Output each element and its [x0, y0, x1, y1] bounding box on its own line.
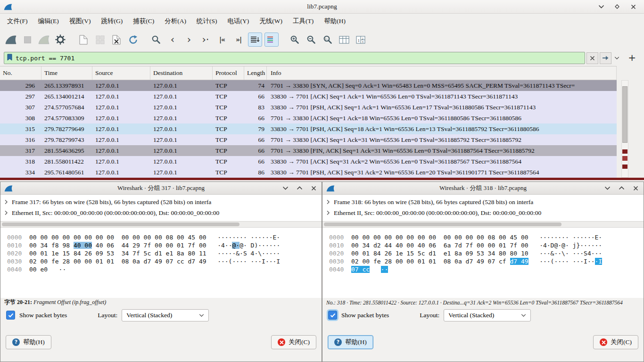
column-header-no[interactable]: No. — [0, 66, 41, 80]
menu-item-analyze[interactable]: 分析(A) — [159, 15, 191, 27]
zoom-out-icon[interactable] — [304, 33, 318, 47]
add-filter-button[interactable]: + — [622, 52, 640, 64]
help-button[interactable]: 帮助(H) — [6, 335, 51, 349]
layout-label: Layout: — [420, 312, 439, 319]
filter-clear-icon[interactable] — [586, 52, 598, 64]
go-forward-icon[interactable]: › — [182, 33, 196, 47]
menu-item-go[interactable]: 跳转(G) — [96, 15, 128, 27]
start-capture-icon[interactable] — [4, 33, 18, 47]
show-packet-bytes-checkbox[interactable] — [328, 311, 337, 320]
hex-row[interactable]: 0020 00 01 1e 15 84 26 09 53 34 7f 5c d1… — [7, 249, 322, 257]
go-to-packet-icon[interactable]: ›· — [198, 33, 213, 47]
menubar: 文件(F)编辑(E)视图(V)跳转(G)捕获(C)分析(A)统计(S)电话(Y)… — [0, 14, 644, 29]
menu-item-wireless[interactable]: 无线(W) — [254, 15, 288, 27]
resize-columns-icon[interactable] — [337, 33, 351, 47]
scrollbar-handle[interactable] — [2, 222, 239, 226]
layout-select[interactable]: Vertical (Stacked) — [444, 309, 531, 321]
go-back-icon[interactable]: ‹ — [165, 33, 180, 47]
hex-bytes: 40 06 44 29 7f 00 00 01 7f 00 — [92, 242, 206, 249]
packet-row-318[interactable]: 318281.558011422127.0.0.1127.0.0.1TCP663… — [0, 156, 617, 167]
hex-row[interactable]: 0040 07 cc ·· — [329, 265, 644, 273]
menu-item-edit[interactable]: 编辑(E) — [33, 15, 64, 27]
unmaximize-icon[interactable] — [282, 185, 289, 191]
find-packet-icon[interactable] — [149, 33, 163, 47]
menu-item-tools[interactable]: 工具(T) — [288, 15, 319, 27]
reload-icon[interactable] — [126, 33, 140, 47]
maximize-icon[interactable] — [296, 185, 303, 191]
chevron-right-icon[interactable] — [0, 199, 12, 205]
column-header-time[interactable]: Time — [41, 66, 92, 80]
packet-row-317[interactable]: 317281.554636295127.0.0.1127.0.0.1TCP667… — [0, 145, 617, 156]
column-header-protocol[interactable]: Protocol — [213, 66, 244, 80]
tree-item[interactable]: Ethernet II, Src: 00:00:00_00:00:00 (00:… — [322, 207, 644, 218]
menu-item-view[interactable]: 视图(V) — [64, 15, 96, 27]
hex-row[interactable]: 0000 00 00 00 00 00 00 00 00 00 00 00 00… — [329, 233, 644, 241]
filter-bookmark-icon[interactable] — [7, 54, 12, 63]
minimize-icon[interactable] — [598, 3, 604, 10]
unmaximize-icon[interactable] — [604, 185, 611, 191]
packet-row-315[interactable]: 315279.782779649127.0.0.1127.0.0.1TCP793… — [0, 123, 617, 134]
main-titlebar[interactable]: lib7.pcapng — [0, 0, 644, 14]
auto-scroll-icon[interactable] — [248, 33, 262, 47]
hex-row[interactable]: 0030 02 00 fe 28 00 00 01 01 08 0a d7 49… — [329, 257, 644, 265]
tree-item[interactable]: Frame 318: 66 bytes on wire (528 bits), … — [322, 197, 644, 207]
open-file-icon[interactable] — [76, 33, 91, 47]
close-file-icon[interactable] — [109, 33, 124, 47]
go-last-icon[interactable]: »| — [231, 33, 246, 47]
scrollbar-handle[interactable] — [622, 86, 627, 143]
popup-titlebar[interactable]: Wireshark · 分组 317 · lib7.pcapng — [0, 182, 322, 195]
filter-dropdown-icon[interactable] — [613, 56, 621, 60]
show-packet-bytes-checkbox[interactable] — [6, 311, 15, 320]
menu-item-file[interactable]: 文件(F) — [2, 15, 33, 27]
hex-row[interactable]: 0040 00 e0 ·· — [7, 265, 322, 273]
column-header-destination[interactable]: Destination — [150, 66, 213, 80]
display-filter-input[interactable]: tcp.port == 7701 — [4, 52, 585, 64]
column-header-source[interactable]: Source — [92, 66, 150, 80]
hex-row[interactable]: 0010 00 34 f8 98 40 00 40 06 44 29 7f 00… — [7, 241, 322, 249]
chevron-right-icon[interactable] — [322, 210, 334, 215]
go-first-icon[interactable]: |« — [215, 33, 229, 47]
zoom-reset-icon[interactable]: 1:1 — [321, 33, 335, 47]
maximize-icon[interactable] — [618, 185, 625, 191]
cell-no: 307 — [0, 104, 41, 111]
packet-row-297[interactable]: 297265.134001214127.0.0.1127.0.0.1TCP663… — [0, 91, 617, 102]
hex-row[interactable]: 0020 00 01 84 26 1e 15 5c d1 e1 8a 09 53… — [329, 249, 644, 257]
menu-item-statistics[interactable]: 统计(S) — [191, 15, 223, 27]
column-layout-icon[interactable]: 123 — [354, 33, 368, 47]
hex-row[interactable]: 0010 00 34 d2 44 40 00 40 06 6a 7d 7f 00… — [329, 241, 644, 249]
details-horizontal-scrollbar[interactable] — [322, 221, 644, 228]
filter-apply-icon[interactable] — [600, 52, 611, 64]
packet-row-307[interactable]: 307274.577057684127.0.0.1127.0.0.1TCP833… — [0, 102, 617, 113]
menu-item-telephony[interactable]: 电话(Y) — [223, 15, 255, 27]
packet-list-scrollbar[interactable] — [621, 80, 628, 178]
menu-item-capture[interactable]: 捕获(C) — [128, 15, 159, 27]
tree-item[interactable]: Frame 317: 66 bytes on wire (528 bits), … — [0, 197, 322, 207]
tree-item[interactable]: Ethernet II, Src: 00:00:00_00:00:00 (00:… — [0, 207, 322, 218]
column-header-length[interactable]: Length — [244, 66, 267, 80]
capture-options-icon[interactable] — [53, 33, 67, 47]
colorize-icon[interactable] — [264, 33, 279, 47]
scrollbar-handle[interactable] — [324, 222, 561, 226]
packet-row-296[interactable]: 296265.133978931127.0.0.1127.0.0.1TCP747… — [0, 80, 617, 91]
popup-titlebar[interactable]: Wireshark · 分组 318 · lib7.pcapng — [322, 182, 644, 195]
packet-list-rows: 296265.133978931127.0.0.1127.0.0.1TCP747… — [0, 80, 617, 178]
close-button[interactable]: 关闭(C) — [271, 335, 316, 349]
close-icon[interactable] — [310, 185, 317, 191]
help-button[interactable]: 帮助(H) — [328, 335, 373, 349]
column-header-info[interactable]: Info — [267, 66, 617, 80]
packet-row-334[interactable]: 334295.761480561127.0.0.1127.0.0.1TCP863… — [0, 167, 617, 178]
maximize-icon[interactable] — [614, 3, 620, 10]
layout-select[interactable]: Vertical (Stacked) — [122, 309, 209, 321]
details-horizontal-scrollbar[interactable] — [0, 221, 322, 228]
packet-row-316[interactable]: 316279.782799743127.0.0.1127.0.0.1TCP667… — [0, 134, 617, 145]
hex-row[interactable]: 0000 00 00 00 00 00 00 00 00 00 00 00 00… — [7, 233, 322, 241]
close-button[interactable]: 关闭(C) — [593, 335, 638, 349]
menu-item-help[interactable]: 帮助(H) — [319, 15, 351, 27]
close-icon[interactable] — [632, 185, 639, 191]
hex-row[interactable]: 0030 02 00 fe 28 00 00 01 01 08 0a d7 49… — [7, 257, 322, 265]
close-icon[interactable] — [630, 3, 636, 10]
chevron-right-icon[interactable] — [322, 199, 334, 205]
packet-row-308[interactable]: 308274.577083309127.0.0.1127.0.0.1TCP667… — [0, 113, 617, 123]
zoom-in-icon[interactable] — [288, 33, 302, 47]
chevron-right-icon[interactable] — [0, 210, 12, 215]
